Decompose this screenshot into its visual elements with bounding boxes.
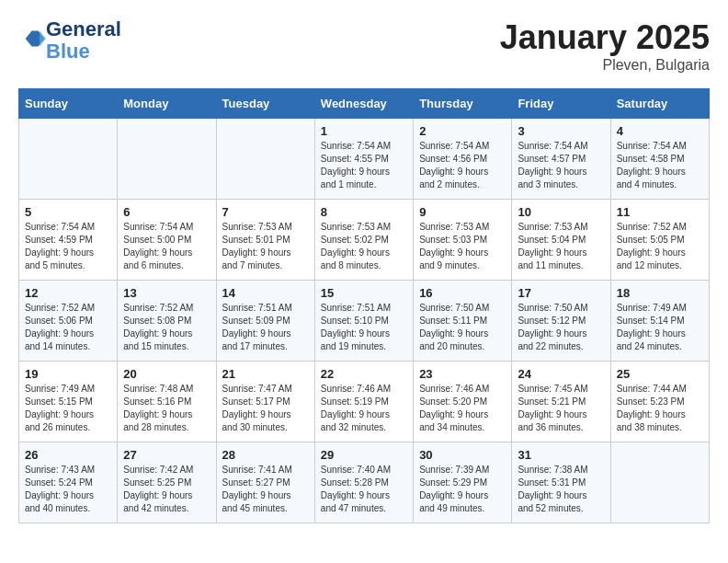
day-number: 8 — [321, 205, 407, 219]
calendar-cell — [610, 442, 709, 523]
page-header: General Blue January 2025 Pleven, Bulgar… — [18, 18, 710, 74]
calendar-cell: 22Sunrise: 7:46 AM Sunset: 5:19 PM Dayli… — [314, 362, 413, 442]
logo: General Blue — [18, 18, 121, 63]
cell-details: Sunrise: 7:43 AM Sunset: 5:24 PM Dayligh… — [25, 464, 111, 515]
cell-details: Sunrise: 7:54 AM Sunset: 4:57 PM Dayligh… — [518, 140, 604, 191]
cell-details: Sunrise: 7:40 AM Sunset: 5:28 PM Dayligh… — [321, 464, 407, 515]
cell-details: Sunrise: 7:54 AM Sunset: 4:59 PM Dayligh… — [25, 221, 111, 272]
calendar-cell: 16Sunrise: 7:50 AM Sunset: 5:11 PM Dayli… — [414, 281, 512, 362]
calendar-cell: 1Sunrise: 7:54 AM Sunset: 4:55 PM Daylig… — [314, 119, 413, 200]
cell-details: Sunrise: 7:51 AM Sunset: 5:09 PM Dayligh… — [222, 302, 309, 353]
title-block: January 2025 Pleven, Bulgaria — [500, 18, 710, 74]
day-number: 31 — [518, 448, 604, 462]
cell-details: Sunrise: 7:54 AM Sunset: 4:58 PM Dayligh… — [617, 140, 703, 191]
calendar-header-thursday: Thursday — [414, 89, 512, 119]
calendar-cell: 27Sunrise: 7:42 AM Sunset: 5:25 PM Dayli… — [118, 442, 216, 523]
calendar-cell: 17Sunrise: 7:50 AM Sunset: 5:12 PM Dayli… — [512, 281, 610, 362]
calendar-cell: 2Sunrise: 7:54 AM Sunset: 4:56 PM Daylig… — [414, 119, 512, 200]
day-number: 1 — [321, 124, 407, 138]
day-number: 19 — [25, 367, 111, 381]
day-number: 10 — [518, 205, 604, 219]
cell-details: Sunrise: 7:50 AM Sunset: 5:12 PM Dayligh… — [518, 302, 604, 353]
calendar-week-5: 26Sunrise: 7:43 AM Sunset: 5:24 PM Dayli… — [19, 442, 710, 523]
day-number: 26 — [25, 448, 111, 462]
day-number: 24 — [518, 367, 604, 381]
cell-details: Sunrise: 7:53 AM Sunset: 5:03 PM Dayligh… — [419, 221, 506, 272]
cell-details: Sunrise: 7:41 AM Sunset: 5:27 PM Dayligh… — [222, 464, 309, 515]
day-number: 12 — [25, 286, 111, 300]
day-number: 23 — [419, 367, 506, 381]
day-number: 7 — [222, 205, 309, 219]
calendar-cell: 31Sunrise: 7:38 AM Sunset: 5:31 PM Dayli… — [512, 442, 610, 523]
calendar-cell: 29Sunrise: 7:40 AM Sunset: 5:28 PM Dayli… — [314, 442, 413, 523]
calendar-header-tuesday: Tuesday — [216, 89, 314, 119]
calendar-cell: 4Sunrise: 7:54 AM Sunset: 4:58 PM Daylig… — [610, 119, 709, 200]
cell-details: Sunrise: 7:44 AM Sunset: 5:23 PM Dayligh… — [617, 383, 703, 434]
cell-details: Sunrise: 7:53 AM Sunset: 5:02 PM Dayligh… — [321, 221, 407, 272]
calendar-cell: 13Sunrise: 7:52 AM Sunset: 5:08 PM Dayli… — [118, 281, 216, 362]
calendar-cell — [216, 119, 314, 200]
calendar-header-wednesday: Wednesday — [314, 89, 413, 119]
cell-details: Sunrise: 7:38 AM Sunset: 5:31 PM Dayligh… — [518, 464, 604, 515]
day-number: 13 — [123, 286, 210, 300]
calendar-cell: 10Sunrise: 7:53 AM Sunset: 5:04 PM Dayli… — [512, 200, 610, 281]
cell-details: Sunrise: 7:49 AM Sunset: 5:15 PM Dayligh… — [25, 383, 111, 434]
day-number: 5 — [25, 205, 111, 219]
calendar-cell: 5Sunrise: 7:54 AM Sunset: 4:59 PM Daylig… — [19, 200, 118, 281]
cell-details: Sunrise: 7:52 AM Sunset: 5:08 PM Dayligh… — [123, 302, 210, 353]
cell-details: Sunrise: 7:52 AM Sunset: 5:06 PM Dayligh… — [25, 302, 111, 353]
calendar-week-4: 19Sunrise: 7:49 AM Sunset: 5:15 PM Dayli… — [19, 362, 710, 442]
day-number: 6 — [123, 205, 210, 219]
calendar-cell: 9Sunrise: 7:53 AM Sunset: 5:03 PM Daylig… — [414, 200, 512, 281]
cell-details: Sunrise: 7:54 AM Sunset: 4:55 PM Dayligh… — [321, 140, 407, 191]
calendar-cell: 3Sunrise: 7:54 AM Sunset: 4:57 PM Daylig… — [512, 119, 610, 200]
cell-details: Sunrise: 7:53 AM Sunset: 5:01 PM Dayligh… — [222, 221, 309, 272]
day-number: 25 — [617, 367, 703, 381]
cell-details: Sunrise: 7:39 AM Sunset: 5:29 PM Dayligh… — [419, 464, 506, 515]
day-number: 29 — [321, 448, 407, 462]
day-number: 22 — [321, 367, 407, 381]
day-number: 9 — [419, 205, 506, 219]
day-number: 20 — [123, 367, 210, 381]
day-number: 2 — [419, 124, 506, 138]
calendar-cell: 15Sunrise: 7:51 AM Sunset: 5:10 PM Dayli… — [314, 281, 413, 362]
calendar-cell: 19Sunrise: 7:49 AM Sunset: 5:15 PM Dayli… — [19, 362, 118, 442]
day-number: 21 — [222, 367, 309, 381]
calendar-cell: 24Sunrise: 7:45 AM Sunset: 5:21 PM Dayli… — [512, 362, 610, 442]
calendar-cell — [19, 119, 118, 200]
month-title: January 2025 — [500, 18, 710, 57]
calendar-cell — [118, 119, 216, 200]
svg-marker-1 — [40, 31, 46, 47]
subtitle: Pleven, Bulgaria — [500, 57, 710, 74]
day-number: 27 — [123, 448, 210, 462]
calendar-cell: 20Sunrise: 7:48 AM Sunset: 5:16 PM Dayli… — [118, 362, 216, 442]
cell-details: Sunrise: 7:54 AM Sunset: 4:56 PM Dayligh… — [419, 140, 506, 191]
day-number: 17 — [518, 286, 604, 300]
calendar-week-3: 12Sunrise: 7:52 AM Sunset: 5:06 PM Dayli… — [19, 281, 710, 362]
calendar-cell: 23Sunrise: 7:46 AM Sunset: 5:20 PM Dayli… — [414, 362, 512, 442]
day-number: 28 — [222, 448, 309, 462]
calendar-header-friday: Friday — [512, 89, 610, 119]
calendar-cell: 7Sunrise: 7:53 AM Sunset: 5:01 PM Daylig… — [216, 200, 314, 281]
cell-details: Sunrise: 7:53 AM Sunset: 5:04 PM Dayligh… — [518, 221, 604, 272]
calendar-header-monday: Monday — [118, 89, 216, 119]
day-number: 18 — [617, 286, 703, 300]
cell-details: Sunrise: 7:42 AM Sunset: 5:25 PM Dayligh… — [123, 464, 210, 515]
cell-details: Sunrise: 7:51 AM Sunset: 5:10 PM Dayligh… — [321, 302, 407, 353]
calendar-cell: 30Sunrise: 7:39 AM Sunset: 5:29 PM Dayli… — [414, 442, 512, 523]
day-number: 14 — [222, 286, 309, 300]
calendar-week-1: 1Sunrise: 7:54 AM Sunset: 4:55 PM Daylig… — [19, 119, 710, 200]
calendar-table: SundayMondayTuesdayWednesdayThursdayFrid… — [18, 88, 710, 523]
cell-details: Sunrise: 7:47 AM Sunset: 5:17 PM Dayligh… — [222, 383, 309, 434]
calendar-cell: 11Sunrise: 7:52 AM Sunset: 5:05 PM Dayli… — [610, 200, 709, 281]
calendar-header-saturday: Saturday — [610, 89, 709, 119]
calendar-cell: 28Sunrise: 7:41 AM Sunset: 5:27 PM Dayli… — [216, 442, 314, 523]
day-number: 3 — [518, 124, 604, 138]
day-number: 11 — [617, 205, 703, 219]
day-number: 4 — [617, 124, 703, 138]
calendar-week-2: 5Sunrise: 7:54 AM Sunset: 4:59 PM Daylig… — [19, 200, 710, 281]
cell-details: Sunrise: 7:50 AM Sunset: 5:11 PM Dayligh… — [419, 302, 506, 353]
calendar-cell: 8Sunrise: 7:53 AM Sunset: 5:02 PM Daylig… — [314, 200, 413, 281]
cell-details: Sunrise: 7:54 AM Sunset: 5:00 PM Dayligh… — [123, 221, 210, 272]
calendar-cell: 18Sunrise: 7:49 AM Sunset: 5:14 PM Dayli… — [610, 281, 709, 362]
